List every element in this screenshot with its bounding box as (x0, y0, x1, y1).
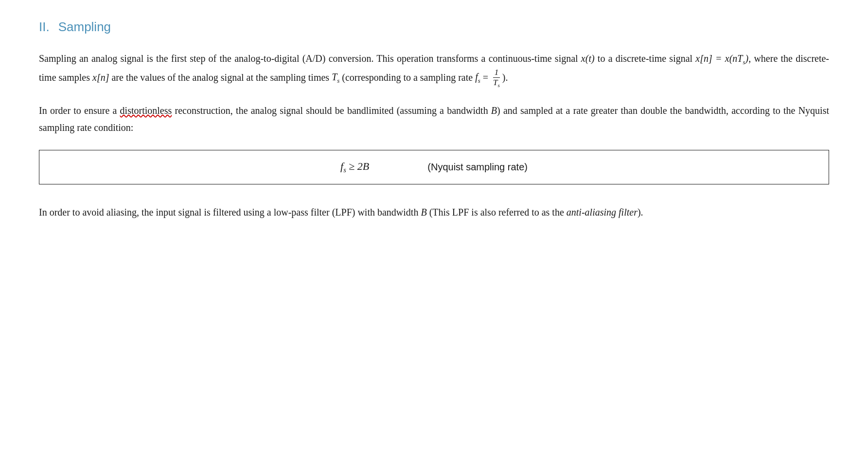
anti-aliasing-filter-text: anti-aliasing filter (567, 207, 638, 218)
section-number: II. (39, 19, 50, 35)
equation-label: (Nyquist sampling rate) (427, 162, 528, 173)
distortionless-text: distortionless (120, 105, 172, 116)
section-heading: II. Sampling (39, 19, 829, 35)
paragraph-2: In order to ensure a distortionless reco… (39, 102, 829, 136)
paragraph-3: In order to avoid aliasing, the input si… (39, 204, 829, 221)
section-title: Sampling (58, 19, 111, 35)
paragraph-1: Sampling an analog signal is the first s… (39, 50, 829, 89)
equation-lhs: fs ≥ 2B (340, 160, 369, 174)
equation-box: fs ≥ 2B (Nyquist sampling rate) (39, 150, 829, 184)
